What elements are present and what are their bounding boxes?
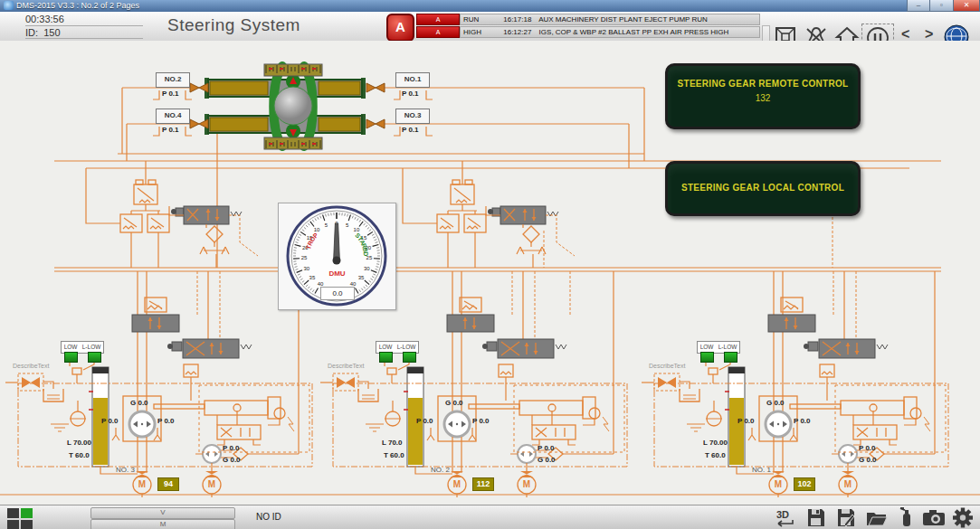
fire-extinguisher-icon[interactable] [898,507,919,528]
unit-badge: 102 [794,477,815,491]
cylinder-label-no4: NO.4 [156,109,190,124]
low-led [64,352,78,363]
unit-badge: 112 [472,477,494,491]
page-title: Steering System [167,15,300,35]
id-value: 150 [43,27,60,38]
pump-p-right: P 0.0 [472,417,490,425]
header: 00:33:56 ID: 150 Steering System A A RUN… [0,12,980,42]
alarm-badge: A [416,14,460,25]
status-square [7,508,19,518]
tank-level: L 70.00 [67,439,91,447]
motor-symbol: M [769,476,787,494]
unit-name: NO. 1 [752,466,771,474]
llow-led [724,352,737,363]
rudder-angle-gauge-panel: 5101520253035400510152025303540PORTSTARB… [278,203,396,310]
svg-text:3D: 3D [776,509,789,520]
remote-control-panel: STEERING GEAR REMOTE CONTROL 132 [665,63,861,129]
minimize-button[interactable]: – [907,0,930,12]
alarm-message: AUX MACHINERY DIST PLANT EJECT PUMP RUN [538,15,708,24]
cylinder-pressure: P 0.1 [402,126,419,134]
alarm-status: RUN [461,14,501,24]
status-bar: V M NO ID 3D [0,505,980,529]
save-as-icon[interactable] [835,507,857,528]
alarm-time: 16:12:27 [503,27,531,37]
llow-led [88,352,101,363]
svg-text:25: 25 [301,255,308,260]
tank-level: L 70.00 [703,439,728,447]
alarm-beacon-icon[interactable]: A [386,14,414,42]
cylinder-pressure: P 0.1 [162,126,179,134]
tank-temp: T 60.0 [705,451,726,459]
pump-p-left: P 0.0 [101,417,119,425]
aux-pump-p: P 0.0 [859,444,876,452]
open-folder-icon[interactable] [865,507,887,528]
remote-control-value: 132 [668,93,858,103]
motor-symbol: M [133,476,151,494]
save-icon[interactable] [805,507,827,528]
alarm-strip: RUN 16:17:18 AUX MACHINERY DIST PLANT EJ… [460,14,760,25]
rudder-actuator [153,64,433,149]
tank-level: L 70.0 [382,439,403,447]
alarm-strip: HIGH 16:12:27 IGS, COP & WBP #2 BALLAST … [460,26,760,38]
aux-pump-g: G 0.0 [538,456,556,464]
tank-temp: T 60.0 [69,451,90,459]
cylinder-pressure: P 0.1 [402,90,419,98]
motor-symbol: M [448,476,466,494]
maximize-button[interactable]: ▫ [929,0,954,12]
svg-text:D: D [363,251,369,257]
low-led [379,352,393,363]
cylinder-label-no1: NO.1 [395,72,430,88]
3d-view-icon[interactable]: 3D [775,507,796,528]
unit-name: NO. 3 [116,466,135,474]
pump-g-flow: G 0.0 [445,399,463,407]
cylinder-label-no2: NO.2 [156,72,190,88]
app-icon [4,1,14,10]
local-control-panel: STEERING GEAR LOCAL CONTROL [665,161,861,216]
mimic-canvas: NO.2 NO.1 NO.4 NO.3 P 0.1 P 0.1 P 0.1 P … [0,41,980,505]
svg-text:25: 25 [366,255,373,260]
gauge-value: 0.0 [320,287,355,300]
alarm-badge: A [416,26,460,38]
describe-text: DescribeText [328,363,364,369]
alarm-message: IGS, COP & WBP #2 BALLAST PP EXH AIR PRE… [539,28,729,36]
unit-name: NO. 2 [431,466,450,474]
pump-p-left: P 0.0 [416,417,433,425]
status-square-active [21,508,33,518]
status-square [7,520,19,529]
window-titlebar: DMS-2015 V3.3 : No.2 of 2 Pages – ▫ ✕ [0,0,980,12]
aux-pump-p: P 0.0 [538,444,555,452]
pump-g-flow: G 0.0 [130,399,148,407]
unit-badge: 94 [157,477,179,491]
describe-text: DescribeText [649,363,685,369]
id-label: ID: [25,27,38,38]
clock: 00:33:56 [25,14,143,26]
alarm-status: HIGH [461,27,501,37]
tank-temp: T 60.0 [384,451,404,459]
pump-p-left: P 0.0 [737,417,755,425]
system-id: ID: 150 [25,27,143,39]
gauge-label: DMU [279,269,395,278]
motor-symbol: M [839,476,857,494]
pump-p-right: P 0.0 [794,417,811,425]
mode-button[interactable]: M [90,519,235,529]
cylinder-pressure: P 0.1 [162,90,179,98]
status-square [21,520,33,529]
pump-g-flow: G 0.0 [766,399,785,407]
local-control-title: STEERING GEAR LOCAL CONTROL [668,183,858,193]
motor-symbol: M [518,476,536,494]
no-id-text: NO ID [256,512,281,522]
view-button[interactable]: V [90,507,235,519]
settings-gear-icon[interactable] [952,507,974,528]
describe-text: DescribeText [13,363,49,369]
low-led [700,352,714,363]
cylinder-label-no3: NO.3 [395,109,430,124]
window-title: DMS-2015 V3.3 : No.2 of 2 Pages [16,1,139,10]
aux-pump-g: G 0.0 [223,456,241,464]
camera-icon[interactable] [921,507,943,528]
alarm-time: 16:17:18 [503,14,531,24]
remote-control-title: STEERING GEAR REMOTE CONTROL [668,79,858,89]
motor-symbol: M [203,476,221,494]
pump-p-right: P 0.0 [157,417,175,425]
aux-pump-g: G 0.0 [859,456,877,464]
close-button[interactable]: ✕ [953,0,980,12]
